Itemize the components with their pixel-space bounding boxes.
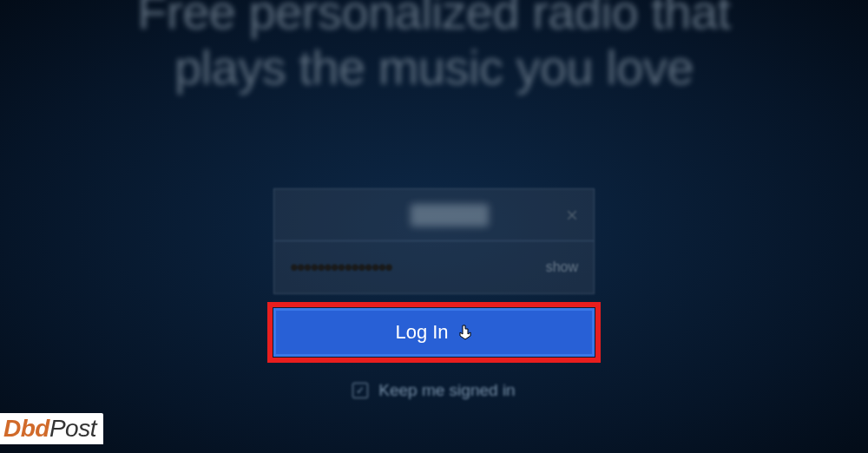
login-form: × ••••••••••••••• show Log In ✓ Keep me … bbox=[273, 188, 595, 400]
watermark-part1: Dbd bbox=[3, 415, 49, 443]
checkmark-icon: ✓ bbox=[356, 384, 365, 397]
headline: Free personalized radio that plays the m… bbox=[0, 0, 868, 96]
login-button[interactable]: Log In bbox=[273, 308, 595, 357]
show-password-link[interactable]: show bbox=[546, 259, 578, 275]
headline-line-1: Free personalized radio that bbox=[0, 0, 868, 40]
watermark-part2: Post bbox=[49, 415, 96, 443]
login-button-label: Log In bbox=[395, 321, 448, 344]
cursor-icon bbox=[457, 324, 473, 345]
headline-line-2: plays the music you love bbox=[0, 40, 868, 95]
keep-signed-checkbox[interactable]: ✓ bbox=[352, 383, 368, 398]
login-button-wrapper: Log In bbox=[273, 308, 595, 357]
watermark: Dbd Post bbox=[0, 413, 103, 444]
email-field[interactable]: × bbox=[274, 189, 594, 241]
input-group: × ••••••••••••••• show bbox=[273, 188, 595, 294]
password-field[interactable]: ••••••••••••••• show bbox=[274, 241, 594, 293]
keep-signed-in[interactable]: ✓ Keep me signed in bbox=[273, 381, 595, 400]
clear-icon[interactable]: × bbox=[566, 203, 578, 227]
password-masked: ••••••••••••••• bbox=[290, 255, 391, 279]
keep-signed-label: Keep me signed in bbox=[378, 381, 515, 400]
email-value-redacted bbox=[411, 204, 489, 226]
